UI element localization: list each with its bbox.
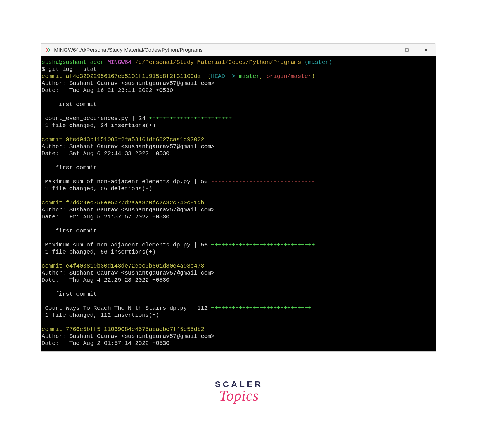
prompt-branch: (master) <box>305 59 332 65</box>
commit-message: first commit <box>41 101 436 108</box>
prompt-env: MINGW64 <box>107 59 132 65</box>
maximize-button[interactable] <box>403 46 411 54</box>
stat-summary: 1 file changed, 112 insertions(+) <box>41 312 436 319</box>
stat-deletions: ------------------------------ <box>211 178 315 185</box>
commit-message: first commit <box>41 164 436 171</box>
head-ref: HEAD -> <box>211 73 239 80</box>
window-title: MINGW64:/d/Personal/Study Material/Codes… <box>54 47 384 53</box>
prompt-user: susha@sushant-acer <box>42 59 104 65</box>
stat-file: count_even_occurences.py | 24 <box>42 115 149 122</box>
terminal-output[interactable]: susha@sushant-acer MINGW64 /d/Personal/S… <box>41 56 436 351</box>
stat-insertions: ++++++++++++++++++++++++ <box>149 115 232 122</box>
window-controls <box>384 46 430 54</box>
close-button[interactable] <box>422 46 430 54</box>
prompt-path: /d/Personal/Study Material/Codes/Python/… <box>135 59 301 65</box>
local-branch: master <box>239 73 260 80</box>
commit-author: Author: Sushant Gaurav <sushantgaurav57@… <box>41 206 436 213</box>
commit-author: Author: Sushant Gaurav <sushantgaurav57@… <box>41 80 436 87</box>
watermark-logo: SCALER Topics <box>0 379 478 404</box>
commit-date: Date: Tue Aug 2 01:57:14 2022 +0530 <box>41 340 436 347</box>
commit-author: Author: Sushant Gaurav <sushantgaurav57@… <box>41 143 436 150</box>
stat-insertions: +++++++++++++++++++++++++++++ <box>211 305 312 311</box>
terminal-window: MINGW64:/d/Personal/Study Material/Codes… <box>41 43 436 352</box>
stat-file: Maximum_sum of_non-adjacent_elements_dp.… <box>42 178 211 185</box>
stat-summary: 1 file changed, 56 deletions(-) <box>41 185 436 192</box>
commit-date: Date: Tue Aug 16 21:23:11 2022 +0530 <box>41 87 436 94</box>
mintty-icon <box>44 47 51 53</box>
logo-line2: Topics <box>0 387 478 404</box>
titlebar: MINGW64:/d/Personal/Study Material/Codes… <box>41 44 436 56</box>
stat-summary: 1 file changed, 56 insertions(+) <box>41 248 436 255</box>
commit-date: Date: Thu Aug 4 22:29:28 2022 +0530 <box>41 277 436 284</box>
minimize-button[interactable] <box>384 46 392 54</box>
stat-summary: 1 file changed, 24 insertions(+) <box>41 122 436 129</box>
svg-rect-1 <box>405 49 408 51</box>
commit-hash: commit 9fed943b1151083f2fa58161df6827caa… <box>41 136 436 143</box>
commit-hash: commit af4e32022956167eb5101f1d915b8f2f3… <box>42 73 204 80</box>
commit-hash: commit e4f403819b30d143de72eec0b861d80e4… <box>41 263 436 270</box>
commit-hash: commit 7766e5bff5f11069084c4575aaaebc7f4… <box>41 326 436 333</box>
commit-message: first commit <box>41 227 436 234</box>
command-line: $ git log --stat <box>41 66 436 73</box>
commit-message: first commit <box>41 291 436 298</box>
stat-file: Maximum_sum_of_non-adjacent_elements_dp.… <box>42 242 211 248</box>
commit-date: Date: Sat Aug 6 22:44:33 2022 +0530 <box>41 150 436 157</box>
stat-file: Count_Ways_To_Reach_The_N-th_Stairs_dp.p… <box>42 305 211 311</box>
commit-date: Date: Fri Aug 5 21:57:57 2022 +0530 <box>41 213 436 220</box>
commit-hash: commit f7dd29ec758ee5b77d2aaa8b0fc2c32c7… <box>41 199 436 206</box>
commit-author: Author: Sushant Gaurav <sushantgaurav57@… <box>41 333 436 340</box>
stat-insertions: ++++++++++++++++++++++++++++++ <box>211 242 315 248</box>
remote-branch: origin/master <box>267 73 312 80</box>
commit-author: Author: Sushant Gaurav <sushantgaurav57@… <box>41 270 436 277</box>
